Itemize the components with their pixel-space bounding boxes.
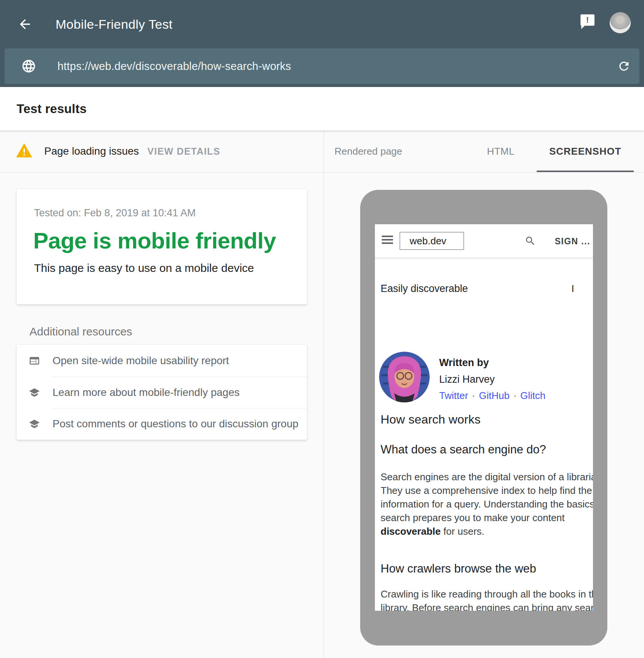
article-title: How search works <box>381 413 481 427</box>
school-icon <box>29 387 40 398</box>
header-row-border <box>0 172 644 172</box>
globe-icon <box>21 59 36 74</box>
tested-on-timestamp: Tested on: Feb 8, 2019 at 10:41 AM <box>34 207 196 219</box>
link-separator: · <box>472 390 475 401</box>
web-report-icon <box>29 355 40 366</box>
screenshot-site-header: web.dev SIGN ... <box>375 224 593 258</box>
results-band: Test results <box>0 87 644 130</box>
url-text: https://web.dev/discoverable/how-search-… <box>57 48 291 84</box>
resources-card: Open site-wide mobile usability reportLe… <box>17 345 307 440</box>
app-bar: Mobile-Friendly Test ! <box>0 0 644 48</box>
resources-heading: Additional resources <box>29 325 132 338</box>
paragraph-line: library. Before search engines can bring… <box>381 601 588 611</box>
resource-item-label: Post comments or questions to our discus… <box>53 418 299 430</box>
paragraph-line: discoverable for users. <box>381 525 588 538</box>
section-heading: What does a search engine do? <box>381 443 546 456</box>
breadcrumb-label: Easily discoverable <box>381 283 468 295</box>
paragraph-line: Search engines are the digital version o… <box>381 470 588 484</box>
tab-screenshot[interactable]: SCREENSHOT <box>537 130 634 172</box>
search-icon <box>525 235 536 247</box>
author-avatar <box>379 352 430 402</box>
section-paragraph: Search engines are the digital version o… <box>381 470 588 538</box>
arrow-back-icon <box>17 17 33 32</box>
page-title: Test results <box>17 87 87 130</box>
written-by-label: Written by <box>439 357 489 369</box>
status-row: Page loading issues VIEW DETAILS <box>0 130 324 172</box>
author-links: Twitter·GitHub·Glitch <box>439 390 545 402</box>
paragraph-line: search prepares you to make your content <box>381 511 588 525</box>
warning-icon <box>16 143 32 158</box>
breadcrumb: Easily discoverable I <box>381 281 587 296</box>
refresh-button[interactable] <box>617 59 631 73</box>
site-name: web.dev <box>410 235 446 247</box>
paragraph-line: They use a comprehensive index to help f… <box>381 484 588 497</box>
sign-in-label: SIGN ... <box>555 224 590 258</box>
app-title: Mobile-Friendly Test <box>56 0 173 48</box>
app-header: Mobile-Friendly Test ! https://web.dev/d… <box>0 0 644 87</box>
section-paragraph: Crawling is like reading through all the… <box>381 587 588 611</box>
content-area: Page loading issues VIEW DETAILS Tested … <box>0 130 644 658</box>
breadcrumb-trailing: I <box>571 283 574 295</box>
tab-rendered-page[interactable]: Rendered page <box>334 130 402 172</box>
author-link-glitch: Glitch <box>520 390 545 401</box>
verdict-title: Page is mobile friendly <box>33 228 276 254</box>
paragraph-line: information for a query. Understanding t… <box>381 497 588 511</box>
feedback-button[interactable]: ! <box>581 14 596 29</box>
section-heading: How crawlers browse the web <box>381 562 536 576</box>
resource-item-label: Learn more about mobile-friendly pages <box>53 386 240 399</box>
resource-item[interactable]: Post comments or questions to our discus… <box>17 408 307 440</box>
resource-item-label: Open site-wide mobile usability report <box>53 355 229 367</box>
paragraph-line: Crawling is like reading through all the… <box>381 587 588 601</box>
refresh-icon <box>617 59 631 73</box>
phone-screenshot: web.dev SIGN ... Easily discoverable I <box>375 224 593 611</box>
view-details-link[interactable]: VIEW DETAILS <box>147 130 220 172</box>
site-logo-box: web.dev <box>399 232 464 250</box>
author-block: Written by Lizzi Harvey Twitter·GitHub·G… <box>375 352 593 405</box>
author-link-twitter: Twitter <box>439 390 468 401</box>
author-link-github: GitHub <box>479 390 509 401</box>
back-button[interactable] <box>16 15 34 33</box>
verdict-description: This page is easy to use on a mobile dev… <box>34 262 254 275</box>
resource-item[interactable]: Open site-wide mobile usability report <box>17 345 307 377</box>
hamburger-menu-icon <box>382 236 393 246</box>
result-card: Tested on: Feb 8, 2019 at 10:41 AM Page … <box>17 189 307 304</box>
school-icon <box>29 418 40 430</box>
panel-divider <box>324 130 324 658</box>
resource-item[interactable]: Learn more about mobile-friendly pages <box>17 377 307 408</box>
url-bar[interactable]: https://web.dev/discoverable/how-search-… <box>5 48 639 84</box>
user-avatar[interactable] <box>610 12 631 33</box>
tab-html[interactable]: HTML <box>472 130 529 172</box>
author-name: Lizzi Harvey <box>439 374 495 385</box>
phone-mockup: web.dev SIGN ... Easily discoverable I <box>360 190 607 646</box>
link-separator: · <box>513 390 517 401</box>
tab-bar: Rendered pageHTMLSCREENSHOT <box>324 130 644 172</box>
status-label: Page loading issues <box>44 130 139 172</box>
